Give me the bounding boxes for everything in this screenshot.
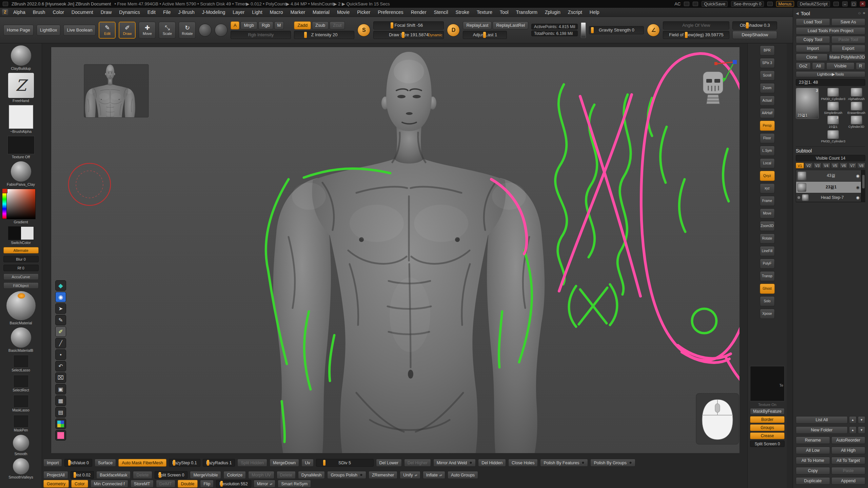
alpha-picker-icon[interactable] <box>215 24 228 37</box>
stor-emt-button[interactable]: StoreMT <box>131 480 154 488</box>
panel-collapse-arrow[interactable]: ◀ <box>796 11 798 16</box>
recent-tool[interactable]: SimpleBrush <box>821 102 845 115</box>
frame-button[interactable]: Frame <box>760 196 775 206</box>
brush-claybuildup[interactable]: ClayBuildup <box>2 45 40 70</box>
move-up-button[interactable]: ▲ <box>849 416 856 424</box>
recent-tool[interactable]: AlphaBrush <box>847 88 865 101</box>
zoom3d-button[interactable]: Zoom3D <box>760 221 775 231</box>
uv-button[interactable]: Uv <box>301 459 313 467</box>
import-tool-button[interactable]: Import <box>796 45 830 52</box>
a-toggle-button[interactable]: A <box>231 21 239 29</box>
minimize-button[interactable]: – <box>842 1 848 6</box>
menu-item[interactable]: Zplugin <box>541 9 564 15</box>
polygon-icon[interactable]: ◆ <box>55 280 66 291</box>
recent-tool[interactable]: PM3D_Cylinder3 <box>821 130 845 143</box>
active-tool-thumbnail[interactable]: 3 23걸1 <box>796 88 819 119</box>
projectall-button[interactable]: ProjectAll <box>43 471 68 479</box>
folder-down-button[interactable]: ▼ <box>858 426 865 434</box>
maximize-button[interactable]: ▢ <box>851 1 856 6</box>
export-tool-button[interactable]: Export <box>831 45 866 52</box>
subtool-tab[interactable]: V4 <box>822 163 830 168</box>
menu-item[interactable]: Macro <box>266 9 287 15</box>
copy-subtool-button[interactable]: Copy <box>796 467 830 474</box>
auto-mask-fibermesh-button[interactable]: Auto Mask FiberMesh <box>118 459 166 467</box>
home-page-button[interactable]: Home Page <box>3 25 34 36</box>
brush-selectlasso[interactable]: SelectLasso <box>2 355 40 372</box>
move3d-button[interactable]: Move <box>760 208 775 219</box>
paste-subtool-button[interactable]: Paste <box>831 467 866 474</box>
min-connected-button[interactable]: Min Connected f <box>91 480 128 488</box>
subtool-row[interactable]: 43걸 ◉ <box>796 170 861 182</box>
menu-item[interactable]: Preferences <box>374 9 407 15</box>
all-low-button[interactable]: All Low <box>796 447 830 454</box>
zadd-button[interactable]: Zadd <box>294 21 311 29</box>
rotate-mode-button[interactable]: ↻ Rotate <box>179 22 196 39</box>
smart-resym-button[interactable]: Smart ReSym <box>278 480 311 488</box>
recent-tool[interactable]: PM3D_Cylinder3 <box>821 88 845 101</box>
see-through-slider[interactable]: See-through 0 <box>731 1 764 7</box>
pressure-preview-strip[interactable] <box>581 22 586 38</box>
projector-icon[interactable]: ▣ <box>55 384 66 394</box>
brush-smooth[interactable]: Smooth <box>2 435 40 456</box>
double-button[interactable]: Double <box>178 480 198 488</box>
brush-selectrect[interactable]: SelectRect <box>2 375 40 392</box>
stroke-freehand[interactable]: FreeHand <box>2 73 40 103</box>
split-hidden-button[interactable]: Split Hidden <box>237 459 267 467</box>
texture-preview[interactable]: Te <box>750 366 785 401</box>
move-down-button[interactable]: ▼ <box>858 416 865 424</box>
duplicate-button[interactable]: Duplicate <box>796 477 830 485</box>
fillobject-button[interactable]: FillObject <box>2 282 40 289</box>
menu-item[interactable]: Picker <box>353 9 374 15</box>
cursor-icon[interactable]: ➤ <box>55 303 66 314</box>
polyf-button[interactable]: PolyF <box>760 259 775 269</box>
zremesher-button[interactable]: ZRemesher <box>369 471 397 479</box>
menu-item[interactable]: Edit <box>144 9 159 15</box>
subtool-tab[interactable]: V3 <box>813 163 822 168</box>
dist-slider[interactable]: Dist 0.02 <box>71 471 94 479</box>
lazyradius-slider[interactable]: LazyRadius 1 <box>203 459 235 467</box>
rename-button[interactable]: Rename <box>796 436 830 444</box>
document-canvas[interactable]: ◆ ◉ ➤ ✎ ✐ ╱ • ↶ ⌧ ▣ <box>51 47 739 453</box>
display-icon-2[interactable] <box>693 2 698 6</box>
dynamic-tag[interactable]: Dynamic <box>428 33 442 37</box>
material-basicmaterialb[interactable]: BasicMaterialB <box>2 327 40 352</box>
menu-item[interactable]: Document <box>68 9 97 15</box>
texture-on-label[interactable]: Texture On <box>750 403 785 407</box>
stroke-type-icon[interactable] <box>199 24 212 37</box>
zoom-button[interactable]: Zoom <box>760 83 775 93</box>
visible-count-slider[interactable]: Visible Count 14 <box>796 155 865 161</box>
load-tools-from-project-button[interactable]: Load Tools From Project <box>796 27 865 35</box>
menu-item[interactable]: Brush <box>29 9 49 15</box>
undo-icon[interactable]: ↶ <box>55 361 66 371</box>
flip-button[interactable]: Flip <box>200 480 214 488</box>
draw-mode-button[interactable]: ✐ Draw <box>119 22 136 39</box>
goz-visible-button[interactable]: Visible <box>826 62 854 70</box>
linefill-button[interactable]: LineFill <box>760 246 775 256</box>
unify-button[interactable]: Unify <box>400 471 420 479</box>
material-basicmaterial[interactable]: BasicMaterial <box>2 291 40 325</box>
groups-polish-button[interactable]: Groups Polish <box>327 471 366 479</box>
menu-item[interactable]: Tool <box>496 9 512 15</box>
eye-icon[interactable]: ◉ <box>856 195 860 200</box>
subtool-tab[interactable]: V1 <box>796 163 804 168</box>
gallery-icon[interactable]: ▦ <box>55 395 66 406</box>
alpha-brushalpha[interactable]: ~BrushAlpha <box>2 105 40 134</box>
edit-mode-button[interactable]: ✎ Edit <box>99 22 116 39</box>
brush-smoothvalleys[interactable]: SmoothValleys <box>2 458 40 479</box>
palette-dock-icon[interactable] <box>833 2 839 6</box>
current-tool-name[interactable]: 23걸1. 48 <box>796 79 865 86</box>
eye-icon[interactable]: ◉ <box>856 185 860 190</box>
delete-button[interactable]: Delete <box>133 471 152 479</box>
backfacemask-button[interactable]: BackfaceMask <box>96 471 131 479</box>
focal-shift-slider[interactable]: Focal Shift -56 <box>373 21 444 29</box>
material-fabiopaiva-clay[interactable]: FabioPaiva_Clay <box>2 161 40 186</box>
rgb-button[interactable]: Rgb <box>258 21 273 29</box>
transp-button[interactable]: Transp <box>760 271 775 281</box>
dynamic-mode-icon[interactable]: D <box>447 24 460 37</box>
menu-item[interactable]: File <box>159 9 175 15</box>
make-polymesh3d-button[interactable]: Make PolyMesh3D <box>829 54 865 61</box>
angle-of-view-label[interactable]: Angle Of View <box>663 21 729 29</box>
menu-item[interactable]: Texture <box>473 9 496 15</box>
crease-button[interactable]: Crease <box>750 432 785 439</box>
brush-masklasso[interactable]: MaskLasso <box>2 395 40 412</box>
